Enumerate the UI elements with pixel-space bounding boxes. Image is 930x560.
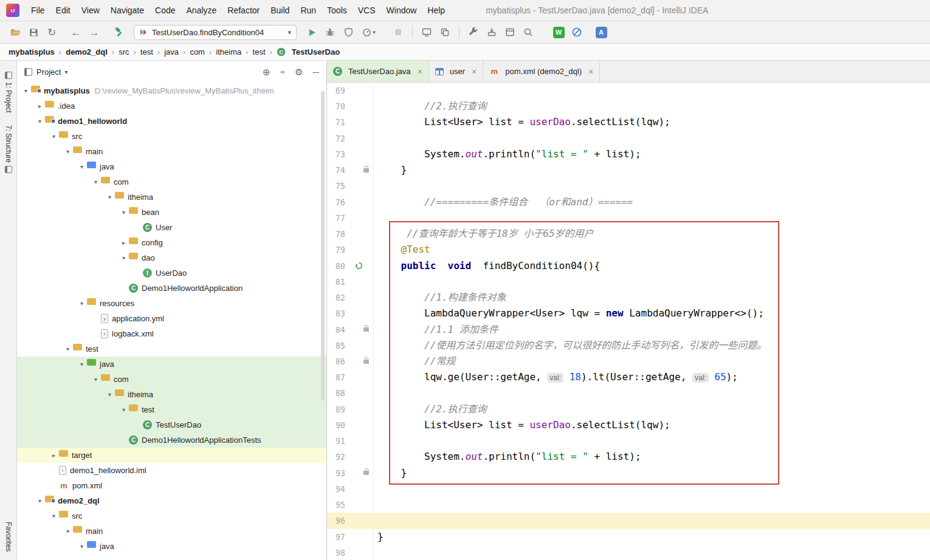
tree-item-application.yml[interactable]: yapplication.yml — [17, 311, 326, 326]
code-line-71[interactable]: 71 List<User> list = userDao.selectList(… — [327, 114, 930, 130]
code-line-97[interactable]: 97} — [327, 529, 930, 545]
hide-panel-icon[interactable]: ─ — [312, 67, 319, 77]
tree-item-main[interactable]: ▾main — [17, 524, 326, 539]
code-line-69[interactable]: 69 — [327, 83, 930, 98]
code-line-96[interactable]: 96 — [327, 513, 930, 528]
line-number[interactable]: 92 — [327, 449, 354, 465]
line-number[interactable]: 88 — [327, 385, 354, 401]
code-line-72[interactable]: 72 — [327, 131, 930, 146]
code-line-87[interactable]: 87 lqw.ge(User::getAge, val: 18).lt(User… — [327, 369, 930, 385]
menu-item-window[interactable]: Window — [381, 4, 422, 17]
line-number[interactable]: 82 — [327, 290, 354, 306]
code-line-86[interactable]: 86 //常规 — [327, 353, 930, 369]
code-line-76[interactable]: 76 //=========条件组合 （or和and）====== — [327, 194, 930, 210]
collapse-arrow-icon[interactable]: ▾ — [77, 300, 87, 307]
project-panel-title[interactable]: Project — [36, 67, 61, 77]
open-icon[interactable] — [6, 24, 24, 40]
run-button[interactable] — [303, 24, 321, 40]
tree-item-com[interactable]: ▾com — [17, 174, 326, 190]
tree-item-logback.xml[interactable]: xlogback.xml — [17, 326, 326, 341]
tree-item-itheima[interactable]: ▾itheima — [17, 190, 326, 205]
tree-item-main[interactable]: ▾main — [17, 144, 326, 159]
menu-item-file[interactable]: File — [26, 4, 50, 17]
code-line-80[interactable]: 80 public void findByCondition04(){ — [327, 258, 930, 274]
tree-item-demo1_helloworld[interactable]: ▾demo1_helloworld — [17, 114, 326, 129]
word-plugin-icon[interactable]: W — [549, 24, 568, 40]
collapse-arrow-icon[interactable]: ▾ — [119, 406, 129, 413]
console-icon[interactable] — [418, 24, 436, 40]
code-line-93[interactable]: 93 } — [327, 465, 930, 481]
code-line-75[interactable]: 75 — [327, 178, 930, 194]
line-number[interactable]: 71 — [327, 114, 354, 130]
collapse-arrow-icon[interactable]: ▾ — [49, 513, 59, 519]
line-number[interactable]: 69 — [327, 83, 354, 98]
line-number[interactable]: 86 — [327, 353, 354, 369]
collapse-arrow-icon[interactable]: ▾ — [91, 179, 101, 185]
breadcrumb-itheima[interactable]: itheima — [216, 47, 241, 56]
line-number[interactable]: 72 — [327, 131, 354, 146]
import-icon[interactable] — [483, 24, 501, 40]
menu-item-edit[interactable]: Edit — [50, 4, 76, 17]
profiler-button[interactable]: ▾ — [357, 24, 381, 40]
collapse-arrow-icon[interactable]: ▾ — [119, 254, 129, 261]
breadcrumb-java[interactable]: java — [164, 47, 179, 56]
line-number[interactable]: 74 — [327, 162, 354, 178]
save-all-icon[interactable] — [24, 24, 43, 40]
collapse-arrow-icon[interactable]: ▾ — [77, 543, 87, 550]
line-number[interactable]: 95 — [327, 497, 354, 513]
tree-item-test[interactable]: ▾test — [17, 341, 326, 357]
collapse-arrow-icon[interactable]: ▾ — [35, 118, 45, 125]
collapse-arrow-icon[interactable]: ▾ — [21, 87, 31, 94]
breadcrumb-test[interactable]: test — [253, 47, 266, 56]
menu-item-navigate[interactable]: Navigate — [105, 4, 150, 17]
wrench-icon[interactable] — [464, 24, 483, 40]
expand-arrow-icon[interactable]: ▸ — [49, 452, 59, 459]
tree-item-itheima[interactable]: ▾itheima — [17, 387, 326, 402]
collapse-arrow-icon[interactable]: ▾ — [105, 391, 115, 398]
sidebar-item-structure[interactable]: 7: Structure — [4, 125, 13, 173]
line-number[interactable]: 70 — [327, 98, 354, 114]
tree-item-demo1helloworldapplicationtests[interactable]: CDemo1HelloworldApplicationTests — [17, 432, 326, 448]
collapse-arrow-icon[interactable]: ▾ — [119, 209, 129, 216]
tree-item-src[interactable]: ▾src — [17, 508, 326, 524]
build-hammer-icon[interactable] — [109, 24, 128, 40]
code-line-90[interactable]: 90 List<User> list = userDao.selectList(… — [327, 417, 930, 433]
line-number[interactable]: 94 — [327, 481, 354, 497]
line-number[interactable]: 80 — [327, 258, 354, 274]
back-icon[interactable]: ← — [67, 24, 85, 40]
window-layout-icon[interactable] — [501, 24, 519, 40]
tree-item-bean[interactable]: ▾bean — [17, 205, 326, 220]
code-line-89[interactable]: 89 //2.执行查询 — [327, 401, 930, 417]
tree-item-java[interactable]: ▾java — [17, 357, 326, 372]
code-editor[interactable]: 6970 //2.执行查询71 List<User> list = userDa… — [327, 83, 930, 560]
breadcrumb-mybatisplus[interactable]: mybatisplus — [9, 47, 55, 56]
breadcrumb-src[interactable]: src — [119, 47, 129, 56]
menu-item-run[interactable]: Run — [295, 4, 322, 17]
line-number[interactable]: 73 — [327, 146, 354, 162]
line-number[interactable]: 76 — [327, 194, 354, 210]
search-icon[interactable] — [519, 24, 537, 40]
code-line-81[interactable]: 81 — [327, 274, 930, 290]
menu-item-tools[interactable]: Tools — [322, 4, 353, 17]
tree-item-resources[interactable]: ▾resources — [17, 296, 326, 311]
line-number[interactable]: 93 — [327, 465, 354, 481]
code-line-77[interactable]: 77 — [327, 210, 930, 226]
sync-icon[interactable]: ↻ — [43, 24, 61, 40]
run-test-icon[interactable] — [355, 262, 363, 270]
line-number[interactable]: 91 — [327, 433, 354, 449]
line-number[interactable]: 81 — [327, 274, 354, 290]
code-line-84[interactable]: 84 //1.1 添加条件 — [327, 322, 930, 338]
expand-arrow-icon[interactable]: ▸ — [119, 239, 129, 246]
menu-item-help[interactable]: Help — [422, 4, 450, 17]
line-number[interactable]: 85 — [327, 338, 354, 353]
gear-icon[interactable]: ⚙ — [295, 67, 303, 77]
code-line-74[interactable]: 74 } — [327, 162, 930, 178]
code-line-88[interactable]: 88 — [327, 385, 930, 401]
breadcrumb-testuserdao[interactable]: CTestUserDao — [277, 47, 340, 56]
collapse-arrow-icon[interactable]: ▾ — [63, 346, 73, 352]
collapse-all-icon[interactable]: ÷ — [280, 67, 285, 77]
editor-tab-user[interactable]: user× — [429, 61, 483, 82]
tree-item-java[interactable]: ▾java — [17, 539, 326, 554]
project-scrollbar[interactable] — [321, 91, 325, 401]
editor-tab-pom-xml-demo2-dql-[interactable]: mpom.xml (demo2_dql)× — [483, 61, 600, 82]
